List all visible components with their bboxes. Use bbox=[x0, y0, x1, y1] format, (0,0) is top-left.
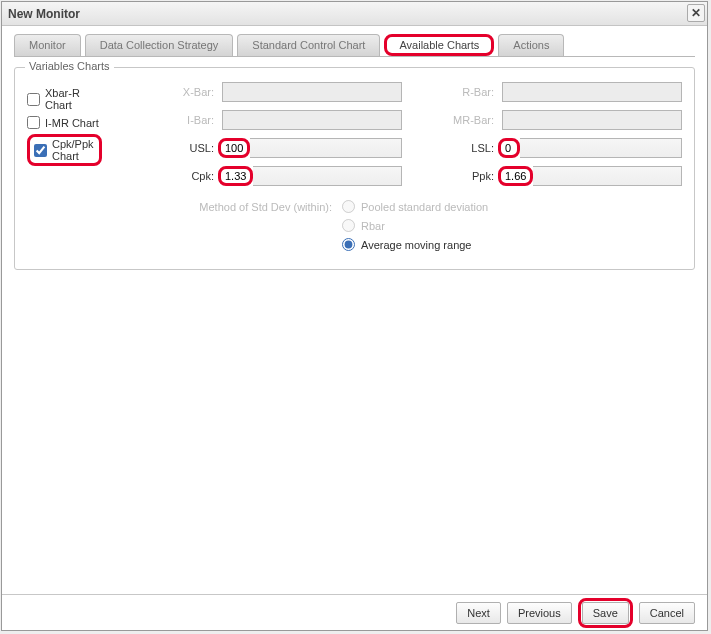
window-title: New Monitor bbox=[8, 7, 80, 21]
label-lsl: LSL: bbox=[402, 142, 502, 154]
radio-rbar-input bbox=[342, 219, 355, 232]
chart-type-list: Xbar-R Chart I-MR Chart Cpk/Ppk Chart bbox=[27, 82, 102, 251]
radio-rbar-label: Rbar bbox=[361, 220, 385, 232]
input-usl-value: 100 bbox=[218, 138, 250, 158]
highlight-cpk-checkbox: Cpk/Ppk Chart bbox=[27, 134, 102, 166]
checkbox-imr-label: I-MR Chart bbox=[45, 117, 99, 129]
checkbox-imr[interactable]: I-MR Chart bbox=[27, 116, 102, 129]
input-cpk-rest bbox=[253, 166, 402, 186]
tab-actions[interactable]: Actions bbox=[498, 34, 564, 56]
titlebar: New Monitor ✕ bbox=[2, 2, 707, 26]
label-mrbar: MR-Bar: bbox=[402, 114, 502, 126]
label-xbar: X-Bar: bbox=[142, 86, 222, 98]
fieldset-legend: Variables Charts bbox=[25, 60, 114, 72]
save-button[interactable]: Save bbox=[582, 602, 629, 624]
input-usl-rest bbox=[250, 138, 402, 158]
label-method: Method of Std Dev (within): bbox=[142, 201, 342, 213]
radio-amr-input[interactable] bbox=[342, 238, 355, 251]
input-ppk-value: 1.66 bbox=[498, 166, 533, 186]
input-ibar bbox=[222, 110, 402, 130]
fieldset-variables-charts: Variables Charts Xbar-R Chart I-MR Chart bbox=[14, 67, 695, 270]
checkbox-imr-input[interactable] bbox=[27, 116, 40, 129]
input-cpk-wrap[interactable]: 1.33 bbox=[222, 166, 402, 186]
radio-amr[interactable]: Average moving range bbox=[342, 238, 682, 251]
dialog-new-monitor: New Monitor ✕ Monitor Data Collection St… bbox=[1, 1, 708, 631]
tab-data-collection-strategy[interactable]: Data Collection Strategy bbox=[85, 34, 234, 56]
input-usl-wrap[interactable]: 100 bbox=[222, 138, 402, 158]
checkbox-xbar-r-label: Xbar-R Chart bbox=[45, 87, 102, 111]
input-xbar bbox=[222, 82, 402, 102]
checkbox-cpk-ppk[interactable]: Cpk/Ppk Chart bbox=[34, 138, 95, 162]
checkbox-xbar-r[interactable]: Xbar-R Chart bbox=[27, 87, 102, 111]
radio-pooled-label: Pooled standard deviation bbox=[361, 201, 488, 213]
radio-rbar: Rbar bbox=[342, 219, 682, 232]
input-rbar bbox=[502, 82, 682, 102]
input-ppk-wrap[interactable]: 1.66 bbox=[502, 166, 682, 186]
label-usl: USL: bbox=[142, 142, 222, 154]
method-section: Method of Std Dev (within): Pooled stand… bbox=[142, 200, 682, 251]
cancel-button[interactable]: Cancel bbox=[639, 602, 695, 624]
checkbox-xbar-r-input[interactable] bbox=[27, 93, 40, 106]
label-ppk: Ppk: bbox=[402, 170, 502, 182]
footer: Next Previous Save Cancel bbox=[2, 594, 707, 630]
tab-standard-control-chart[interactable]: Standard Control Chart bbox=[237, 34, 380, 56]
close-button[interactable]: ✕ bbox=[687, 4, 705, 22]
radio-pooled: Pooled standard deviation bbox=[342, 200, 682, 213]
label-ibar: I-Bar: bbox=[142, 114, 222, 126]
label-cpk: Cpk: bbox=[142, 170, 222, 182]
input-cpk-value: 1.33 bbox=[218, 166, 253, 186]
label-rbar: R-Bar: bbox=[402, 86, 502, 98]
tabbar: Monitor Data Collection Strategy Standar… bbox=[2, 26, 707, 56]
highlight-save: Save bbox=[578, 598, 633, 628]
input-ppk-rest bbox=[533, 166, 682, 186]
radio-pooled-input bbox=[342, 200, 355, 213]
input-lsl-value: 0 bbox=[498, 138, 520, 158]
checkbox-cpk-ppk-input[interactable] bbox=[34, 144, 47, 157]
input-lsl-rest bbox=[520, 138, 682, 158]
form-grid: X-Bar: R-Bar: I-Bar: MR-Bar: USL: 100 bbox=[142, 82, 682, 186]
input-lsl-wrap[interactable]: 0 bbox=[502, 138, 682, 158]
next-button[interactable]: Next bbox=[456, 602, 501, 624]
tab-available-charts[interactable]: Available Charts bbox=[384, 34, 494, 56]
radio-amr-label: Average moving range bbox=[361, 239, 471, 251]
previous-button[interactable]: Previous bbox=[507, 602, 572, 624]
tab-content: Variables Charts Xbar-R Chart I-MR Chart bbox=[14, 56, 695, 594]
input-mrbar bbox=[502, 110, 682, 130]
tab-monitor[interactable]: Monitor bbox=[14, 34, 81, 56]
checkbox-cpk-ppk-label: Cpk/Ppk Chart bbox=[52, 138, 95, 162]
